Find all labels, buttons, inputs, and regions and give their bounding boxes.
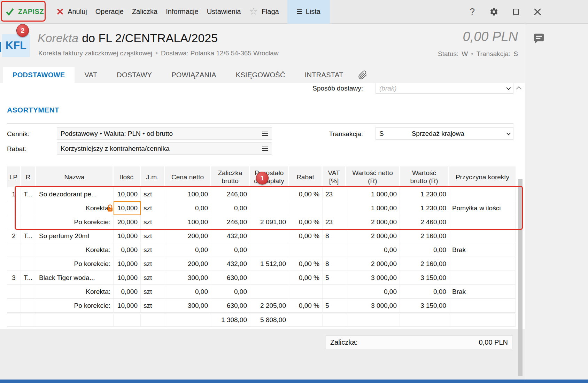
cell[interactable]: szt [141, 299, 165, 313]
cell[interactable]: szt [141, 285, 165, 299]
cell[interactable]: 0,00 % [289, 215, 323, 229]
cell[interactable]: 0,00 [165, 243, 211, 257]
cell[interactable]: 630,00 [211, 271, 250, 285]
cell[interactable]: 1 512,00 [250, 257, 289, 271]
cell[interactable]: 300,00 [165, 299, 211, 313]
cell[interactable] [21, 313, 36, 327]
cell[interactable]: Po korekcie: [36, 299, 114, 313]
cell[interactable] [7, 299, 21, 313]
cell[interactable]: T... [21, 271, 36, 285]
cell[interactable] [7, 243, 21, 257]
cell[interactable]: Black Tiger woda... [36, 271, 114, 285]
cell[interactable]: 10,000 [114, 271, 141, 285]
cell[interactable]: T... [21, 187, 36, 201]
cell[interactable]: 432,00 [211, 257, 250, 271]
cell[interactable] [449, 299, 516, 313]
cell[interactable]: So dezodorant pe... [36, 187, 114, 201]
cell[interactable]: 1 000,00 [346, 201, 400, 215]
cell[interactable]: Korekta: [36, 201, 114, 215]
cell[interactable]: 1 308,00 [211, 313, 250, 327]
cell[interactable]: 2 [7, 229, 21, 243]
cell[interactable] [165, 313, 211, 327]
save-button[interactable]: ZAPISZ [6, 0, 44, 24]
cell[interactable]: 2 160,00 [400, 257, 449, 271]
cell[interactable]: Brak [449, 285, 516, 299]
cell[interactable]: 1 000,00 [346, 187, 400, 201]
cell[interactable]: 5 [323, 299, 346, 313]
tab-powiązania[interactable]: POWIĄZANIA [162, 67, 226, 83]
cell[interactable]: 2 000,00 [346, 257, 400, 271]
cell[interactable]: szt [141, 257, 165, 271]
cell[interactable]: 2 205,00 [250, 299, 289, 313]
tab-dostawy[interactable]: DOSTAWY [107, 67, 162, 83]
column-header-5[interactable]: Cena netto [165, 166, 211, 187]
cell[interactable]: 0,00 [346, 243, 400, 257]
cell[interactable]: 2 000,00 [346, 229, 400, 243]
list-button[interactable]: Lista [287, 0, 330, 24]
cell[interactable]: 2 091,00 [250, 215, 289, 229]
cell[interactable]: 1 230,00 [400, 201, 449, 215]
cell[interactable] [323, 285, 346, 299]
cell[interactable]: Korekta: [36, 285, 114, 299]
cell[interactable] [250, 229, 289, 243]
cell[interactable] [323, 313, 346, 327]
cell[interactable]: 200,00 [165, 229, 211, 243]
cell[interactable]: 0,00 [211, 285, 250, 299]
cell[interactable]: 0,00 % [289, 187, 323, 201]
cell[interactable]: 0,00 [211, 243, 250, 257]
cell[interactable]: Brak [449, 243, 516, 257]
cell[interactable]: 3 150,00 [400, 299, 449, 313]
cell[interactable]: 0,00 % [289, 229, 323, 243]
cell[interactable]: 3 000,00 [346, 299, 400, 313]
cell[interactable] [21, 243, 36, 257]
cell[interactable] [323, 201, 346, 215]
cell[interactable]: 246,00 [211, 215, 250, 229]
cell[interactable] [250, 187, 289, 201]
toolbar-item-zaliczka[interactable]: Zaliczka [132, 0, 157, 24]
cell[interactable]: 0,000 [114, 285, 141, 299]
column-header-8[interactable]: Rabat [289, 166, 323, 187]
cell[interactable] [7, 215, 21, 229]
cell[interactable] [250, 201, 289, 215]
cell[interactable] [36, 313, 114, 327]
cell[interactable]: 8 [323, 257, 346, 271]
cell[interactable] [289, 285, 323, 299]
cell[interactable]: 2 160,00 [400, 229, 449, 243]
transakcja-dropdown[interactable]: S Sprzedaż krajowa [376, 127, 513, 140]
cell[interactable] [449, 229, 516, 243]
cell[interactable]: 10,000 [114, 257, 141, 271]
cell[interactable] [7, 285, 21, 299]
cell[interactable]: So perfumy 20ml [36, 229, 114, 243]
cell[interactable]: 0,00 [400, 243, 449, 257]
tab-księgowość[interactable]: KSIĘGOWOŚĆ [226, 67, 295, 83]
cell[interactable]: szt [141, 229, 165, 243]
column-header-10[interactable]: Wartość netto (R) [346, 166, 400, 187]
cell[interactable] [289, 313, 323, 327]
scrollbar-thumb[interactable] [518, 179, 523, 376]
tab-intrastat[interactable]: INTRASTAT [295, 67, 353, 83]
cell[interactable]: szt [141, 271, 165, 285]
cell[interactable]: szt [141, 187, 165, 201]
cell[interactable]: 2 460,00 [400, 215, 449, 229]
cell[interactable]: 8 [323, 229, 346, 243]
cell[interactable] [21, 285, 36, 299]
toolbar-item-operacje[interactable]: Operacje [95, 0, 124, 24]
cell[interactable]: 10,000 [114, 229, 141, 243]
cell[interactable] [250, 285, 289, 299]
cell[interactable]: 246,00 [211, 187, 250, 201]
cell[interactable]: Po korekcie: [36, 257, 114, 271]
cell[interactable]: 0,00 % [289, 299, 323, 313]
cell[interactable] [289, 201, 323, 215]
column-header-0[interactable]: LP [7, 166, 21, 187]
cell[interactable]: 630,00 [211, 299, 250, 313]
cell[interactable]: 0,00 [400, 285, 449, 299]
cell[interactable] [21, 257, 36, 271]
cell[interactable] [449, 313, 516, 327]
help-icon[interactable]: ? [470, 6, 475, 17]
scrollbar-up-icon[interactable] [516, 86, 522, 92]
cell[interactable]: 3 000,00 [346, 271, 400, 285]
cell[interactable]: Po korekcie: [36, 215, 114, 229]
cell[interactable] [21, 201, 36, 215]
cell[interactable]: 0,000 [114, 243, 141, 257]
cennik-field[interactable]: Podstawowy • Waluta: PLN • od brutto [57, 127, 272, 140]
